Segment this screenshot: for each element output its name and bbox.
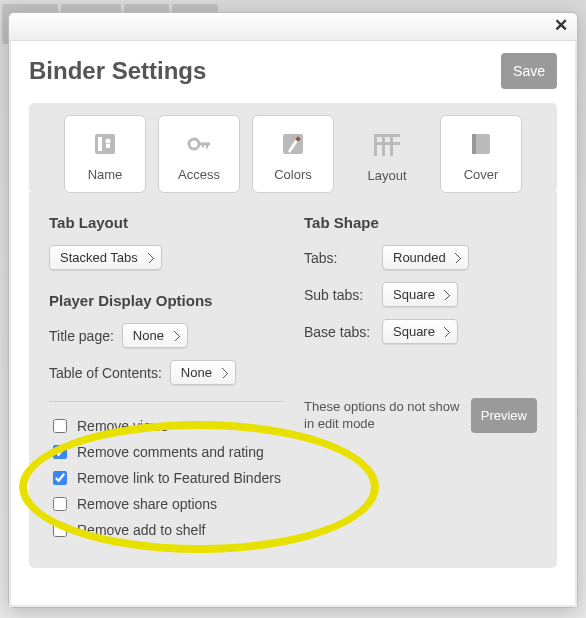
basetabs-label: Base tabs:	[304, 324, 374, 340]
check-remove-share[interactable]: Remove share options	[49, 494, 284, 514]
settings-dialog: ✕ Binder Settings Save Name Access	[8, 12, 578, 608]
toc-label: Table of Contents:	[49, 365, 162, 381]
check-remove-shelf[interactable]: Remove add to shelf	[49, 520, 284, 540]
svg-rect-3	[106, 144, 110, 148]
svg-point-2	[106, 138, 111, 143]
layout-panel: Tab Layout Stacked Tabs Player Display O…	[29, 192, 557, 568]
svg-point-4	[189, 139, 199, 149]
basetabs-shape-select[interactable]: Square	[382, 319, 458, 344]
key-icon	[182, 127, 216, 161]
tabs-label: Tabs:	[304, 250, 374, 266]
tab-shape-heading: Tab Shape	[304, 214, 537, 231]
tab-label: Name	[88, 167, 123, 182]
checkbox[interactable]	[53, 419, 67, 433]
dialog-body: Binder Settings Save Name Access Colo	[9, 41, 577, 607]
check-label: Remove link to Featured Binders	[77, 470, 281, 486]
svg-rect-7	[202, 142, 204, 147]
tab-layout[interactable]: Layout	[346, 116, 428, 194]
tab-name[interactable]: Name	[64, 115, 146, 193]
layout-icon	[370, 128, 404, 162]
check-label: Remove share options	[77, 496, 217, 512]
title-page-select[interactable]: None	[122, 323, 188, 348]
cover-icon	[464, 127, 498, 161]
page-title: Binder Settings	[29, 57, 206, 85]
tab-label: Layout	[367, 168, 406, 183]
tab-cover[interactable]: Cover	[440, 115, 522, 193]
subtabs-label: Sub tabs:	[304, 287, 374, 303]
dialog-titlebar: ✕	[9, 13, 577, 41]
svg-rect-1	[98, 137, 102, 151]
checkbox[interactable]	[53, 445, 67, 459]
remove-options-group: Remove views Remove comments and rating …	[49, 401, 284, 540]
brush-icon	[276, 127, 310, 161]
check-label: Remove add to shelf	[77, 522, 205, 538]
preview-note: These options do not show in edit mode	[304, 399, 461, 433]
tabs-shape-select[interactable]: Rounded	[382, 245, 469, 270]
svg-rect-16	[472, 134, 476, 154]
right-column: Tab Shape Tabs: Rounded Sub tabs: Square…	[304, 214, 537, 546]
save-button[interactable]: Save	[501, 53, 557, 89]
tab-layout-heading: Tab Layout	[49, 214, 284, 231]
toc-select[interactable]: None	[170, 360, 236, 385]
player-options-heading: Player Display Options	[49, 292, 284, 309]
tab-label: Colors	[274, 167, 312, 182]
svg-rect-10	[374, 134, 400, 137]
preview-button[interactable]: Preview	[471, 398, 537, 433]
check-remove-views[interactable]: Remove views	[49, 416, 284, 436]
left-column: Tab Layout Stacked Tabs Player Display O…	[49, 214, 284, 546]
svg-rect-6	[206, 142, 208, 148]
check-remove-featured[interactable]: Remove link to Featured Binders	[49, 468, 284, 488]
svg-rect-14	[374, 142, 400, 145]
checkbox[interactable]	[53, 523, 67, 537]
checkbox[interactable]	[53, 471, 67, 485]
check-label: Remove comments and rating	[77, 444, 264, 460]
check-label: Remove views	[77, 418, 168, 434]
check-remove-comments[interactable]: Remove comments and rating	[49, 442, 284, 462]
close-icon[interactable]: ✕	[551, 16, 571, 36]
title-page-label: Title page:	[49, 328, 114, 344]
settings-tabstrip: Name Access Colors Layout	[29, 103, 557, 193]
tab-layout-select[interactable]: Stacked Tabs	[49, 245, 162, 270]
subtabs-shape-select[interactable]: Square	[382, 282, 458, 307]
tab-label: Cover	[464, 167, 499, 182]
name-icon	[88, 127, 122, 161]
tab-colors[interactable]: Colors	[252, 115, 334, 193]
tab-label: Access	[178, 167, 220, 182]
tab-access[interactable]: Access	[158, 115, 240, 193]
checkbox[interactable]	[53, 497, 67, 511]
